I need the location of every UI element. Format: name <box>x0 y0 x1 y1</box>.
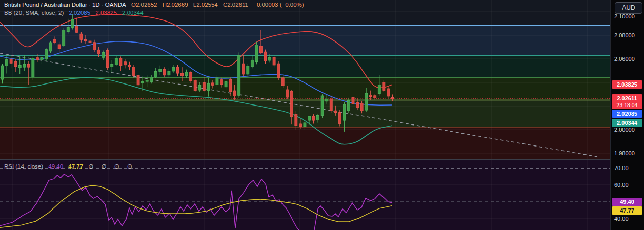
rsi-ma-value: 47.77 <box>68 163 83 170</box>
candle-body <box>216 78 218 85</box>
candle-body <box>128 65 131 67</box>
candle-body <box>295 114 297 126</box>
candle-body <box>198 85 201 90</box>
candle-body <box>317 115 319 120</box>
candle-body <box>41 57 43 60</box>
candle-body <box>133 67 135 75</box>
price-zone <box>0 25 610 55</box>
candle-body <box>168 71 170 75</box>
high-value: H2.02669 <box>163 2 188 8</box>
candle-body <box>387 89 389 96</box>
currency-button[interactable]: AUD <box>615 2 642 14</box>
bb-indicator-row: BB (20, SMA, close, 2) 2.02085 2.03825 2… <box>4 10 147 16</box>
candle-body <box>378 85 380 93</box>
candle-body <box>137 75 139 85</box>
candle-body <box>23 64 26 67</box>
rsi-indicator-row: RSI (14, close) 49.40 47.77 ∅ ∅ ∅ ∅ <box>4 163 139 170</box>
axis-tick-label: 1.98000 <box>614 150 635 156</box>
price-badge: 2.00344 <box>612 119 642 127</box>
bb-indicator-label[interactable]: BB (20, SMA, close, 2) <box>4 10 64 16</box>
candle-body <box>273 57 275 65</box>
candle-body <box>365 93 368 110</box>
candle-body <box>203 82 205 90</box>
candle-body <box>194 80 196 91</box>
candle-body <box>106 50 109 67</box>
axis-tick-label: 2.00000 <box>614 127 635 133</box>
candle-body <box>14 61 17 67</box>
candle-body <box>277 64 280 78</box>
symbol-title[interactable]: British Pound / Australian Dollar · 1D ·… <box>4 2 126 8</box>
candle-body <box>347 100 350 111</box>
candle-body <box>229 79 232 92</box>
price-axis[interactable]: 2.100002.080002.060002.000001.9800070.00… <box>610 0 644 230</box>
symbol-header: British Pound / Australian Dollar · 1D ·… <box>4 2 308 8</box>
candle-body <box>54 39 56 43</box>
bb-lower-value: 2.00344 <box>122 10 144 16</box>
candle-body <box>211 83 214 85</box>
candle-body <box>238 55 240 95</box>
price-badge: 49.40 <box>612 198 642 206</box>
candle-body <box>84 39 87 41</box>
price-badge: 2.0261123:18:04 <box>612 94 642 109</box>
axis-tick-label: 2.06000 <box>614 56 635 62</box>
candle-body <box>251 60 253 67</box>
candle-body <box>75 26 78 33</box>
candle-body <box>154 71 157 77</box>
candle-body <box>207 83 210 90</box>
candle-body <box>67 27 69 31</box>
candle-body <box>111 64 113 67</box>
candle-body <box>119 58 122 66</box>
candle-body <box>18 65 21 67</box>
candle-body <box>181 73 184 76</box>
candle-body <box>6 60 8 66</box>
price-zone <box>0 78 610 100</box>
candle-body <box>242 64 245 74</box>
candle-body <box>10 59 12 63</box>
candle-body <box>225 82 227 87</box>
bb-upper-value: 2.03825 <box>95 10 117 16</box>
candle-body <box>259 46 262 53</box>
candle-body <box>338 113 341 124</box>
candle-body <box>27 64 30 67</box>
candle-body <box>172 67 174 71</box>
candle-body <box>286 90 289 97</box>
candle-body <box>247 66 249 74</box>
candle-body <box>326 99 328 101</box>
price-badge: 2.02085 <box>612 110 642 118</box>
candle-body <box>334 111 337 112</box>
change-value: −0.00003 (−0.00%) <box>253 2 304 8</box>
candle-body <box>146 80 148 81</box>
candle-body <box>343 104 346 120</box>
rsi-indicator-label[interactable]: RSI (14, close) <box>4 163 43 170</box>
candle-body <box>383 82 385 91</box>
candle-body <box>304 123 306 127</box>
candle-body <box>32 58 34 77</box>
candle-body <box>142 81 144 83</box>
candle-body <box>352 97 354 104</box>
rsi-pane-background <box>0 160 610 230</box>
candle-body <box>369 95 372 96</box>
axis-tick-label: 2.10000 <box>614 13 635 19</box>
candle-body <box>233 91 236 96</box>
candle-body <box>1 66 4 79</box>
axis-tick-label: 70.00 <box>614 165 629 171</box>
candle-body <box>36 58 38 60</box>
candle-body <box>163 69 166 75</box>
chart-canvas[interactable] <box>0 0 644 230</box>
countdown-timer: 23:18:04 <box>612 102 642 108</box>
price-badge: 2.03825 <box>612 80 642 89</box>
pane-divider[interactable] <box>0 159 644 160</box>
candle-body <box>312 116 315 120</box>
bb-basis-value: 2.02085 <box>69 10 91 16</box>
candle-body <box>281 78 284 86</box>
trading-chart-window: British Pound / Australian Dollar · 1D ·… <box>0 0 644 230</box>
rsi-empty-values: ∅ ∅ ∅ ∅ <box>88 163 135 170</box>
candle-body <box>124 62 126 65</box>
candle-body <box>159 69 162 71</box>
candle-body <box>58 45 61 49</box>
axis-tick-label: 60.00 <box>614 182 629 188</box>
candle-body <box>255 45 258 61</box>
close-value: C2.02611 <box>223 2 248 8</box>
axis-tick-label: 2.08000 <box>614 32 635 38</box>
candle-body <box>220 80 223 85</box>
